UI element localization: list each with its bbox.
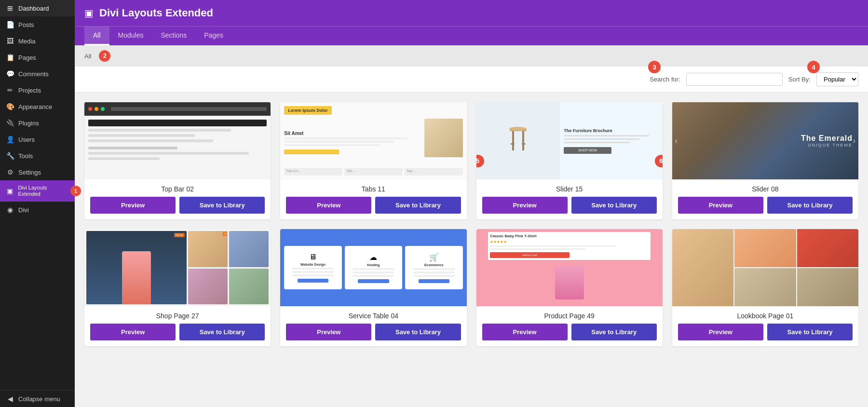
sidebar-item-label: Dashboard xyxy=(18,5,49,12)
card-preview-tabs-11: Lorem Ipsum Dolor Sit Amet xyxy=(280,102,466,179)
comments-icon: 💬 xyxy=(6,70,14,78)
preview-button[interactable]: Preview xyxy=(286,324,371,340)
save-to-library-button[interactable]: Save to Library xyxy=(375,324,461,340)
users-icon: 👤 xyxy=(6,136,14,143)
save-to-library-button[interactable]: Save to Library xyxy=(767,324,853,340)
save-to-library-button[interactable]: Save to Library xyxy=(571,324,657,340)
sidebar-item-plugins[interactable]: 🔌 Plugins xyxy=(0,115,75,131)
card-preview-slider-15: The Furniture Brochure SHOP NOW xyxy=(476,102,663,179)
appearance-icon: 🎨 xyxy=(6,103,14,110)
sidebar-item-label: Projects xyxy=(18,87,41,94)
sidebar-item-media[interactable]: 🖼 Media xyxy=(0,33,75,49)
card-title: Slider 08 xyxy=(672,179,858,197)
sidebar-item-dashboard[interactable]: ⊞ Dashboard xyxy=(0,0,75,16)
card-preview-product-page-49: Classic Baby Pink T-Shirt ★★★★★ Add to C… xyxy=(476,229,663,306)
sidebar-item-appearance[interactable]: 🎨 Appearance xyxy=(0,98,75,115)
sidebar-item-divi-layouts[interactable]: ▣ Divi Layouts Extended 1 xyxy=(0,180,75,202)
stool-illustration xyxy=(505,122,531,160)
sidebar-item-label: Appearance xyxy=(18,103,52,110)
svg-rect-2 xyxy=(522,131,524,150)
filter-all-label: All xyxy=(84,53,91,60)
sidebar-item-users[interactable]: 👤 Users xyxy=(0,131,75,148)
tools-icon: 🔧 xyxy=(6,152,14,160)
sidebar-item-divi[interactable]: ◉ Divi xyxy=(0,202,75,218)
sort-select[interactable]: Popular Newest Oldest xyxy=(816,72,858,86)
sidebar-item-tools[interactable]: 🔧 Tools xyxy=(0,148,75,164)
toolbar: 3 4 Search for: Sort By: Popular Newest … xyxy=(75,67,868,93)
plugins-icon: 🔌 xyxy=(6,119,14,127)
save-to-library-button[interactable]: Save to Library xyxy=(375,197,461,214)
service-card-2: ☁ Hosting xyxy=(345,246,402,289)
card-preview-service-table-04: 🖥 Website Design ☁ Hosting xyxy=(280,229,466,306)
card-title: Service Table 04 xyxy=(280,306,466,324)
card-actions: Preview Save to Library xyxy=(280,324,466,346)
svg-rect-1 xyxy=(512,131,514,150)
card-preview-top-bar-02 xyxy=(84,102,271,179)
preview-button[interactable]: Preview xyxy=(482,324,568,340)
card-actions: Preview Save to Library xyxy=(476,197,663,219)
tab-all[interactable]: All xyxy=(84,27,109,45)
search-input[interactable] xyxy=(686,73,783,86)
emerald-title: The Emerald xyxy=(801,134,853,143)
card-actions: Preview Save to Library xyxy=(476,324,663,346)
website-icon: 🖥 xyxy=(309,253,317,261)
service-card-3: 🛒 Ecommerce xyxy=(405,246,462,289)
preview-button[interactable]: Preview xyxy=(90,197,176,214)
tab-bar: All Modules Sections Pages xyxy=(75,26,868,45)
card-title: Shop Page 27 xyxy=(84,306,271,324)
card-actions: Preview Save to Library xyxy=(280,197,466,219)
card-preview-shop-page-27: NEW S xyxy=(84,229,271,306)
card-title: Tabs 11 xyxy=(280,179,466,197)
sidebar-item-label: Pages xyxy=(18,54,36,61)
filter-bar: All 2 xyxy=(75,45,868,67)
card-preview-slider-08: The Emerald UNIQUE THEME ‹ › xyxy=(672,102,858,179)
card-title: Slider 15 xyxy=(476,179,663,197)
sidebar-item-pages[interactable]: 📋 Pages xyxy=(0,49,75,66)
settings-icon: ⚙ xyxy=(6,168,14,176)
sidebar-item-settings[interactable]: ⚙ Settings xyxy=(0,164,75,180)
main-content: ▣ Divi Layouts Extended All Modules Sect… xyxy=(75,0,868,407)
pages-icon: 📋 xyxy=(6,54,14,61)
sidebar-item-projects[interactable]: ✏ Projects xyxy=(0,82,75,98)
save-to-library-button[interactable]: Save to Library xyxy=(179,197,265,214)
cards-area: Top Bar 02 Preview Save to Library Lorem… xyxy=(75,93,868,407)
cards-grid: Top Bar 02 Preview Save to Library Lorem… xyxy=(84,102,858,346)
card-slider-08: The Emerald UNIQUE THEME ‹ › Slider 08 P… xyxy=(672,102,858,219)
sidebar-item-comments[interactable]: 💬 Comments xyxy=(0,66,75,82)
sidebar-item-posts[interactable]: 📄 Posts xyxy=(0,16,75,33)
save-to-library-button[interactable]: Save to Library xyxy=(767,197,853,214)
header-icon: ▣ xyxy=(84,7,94,19)
svg-rect-3 xyxy=(511,143,515,145)
header-title: Divi Layouts Extended xyxy=(99,7,213,19)
sidebar-item-label: Tools xyxy=(18,152,33,160)
divi-layouts-icon: ▣ xyxy=(6,187,14,195)
search-label: Search for: xyxy=(650,76,680,83)
sidebar-item-label: Plugins xyxy=(18,120,39,127)
preview-button[interactable]: Preview xyxy=(482,197,568,214)
collapse-icon: ◀ xyxy=(6,395,14,403)
sidebar-item-label: Collapse menu xyxy=(18,395,60,403)
save-to-library-button[interactable]: Save to Library xyxy=(571,197,657,214)
tab-pages[interactable]: Pages xyxy=(195,27,232,45)
projects-icon: ✏ xyxy=(6,86,14,94)
prev-arrow: ‹ xyxy=(675,136,678,145)
card-title: Product Page 49 xyxy=(476,306,663,324)
card-service-table-04: 🖥 Website Design ☁ Hosting xyxy=(280,229,466,346)
preview-button[interactable]: Preview xyxy=(678,197,763,214)
tab-modules[interactable]: Modules xyxy=(109,27,152,45)
card-preview-lookbook-page-01 xyxy=(672,229,858,306)
media-icon: 🖼 xyxy=(6,37,14,45)
ecommerce-icon: 🛒 xyxy=(429,253,439,262)
card-title: Lookbook Page 01 xyxy=(672,306,858,324)
preview-button[interactable]: Preview xyxy=(286,197,371,214)
preview-button[interactable]: Preview xyxy=(678,324,763,340)
dashboard-icon: ⊞ xyxy=(6,4,14,12)
sidebar-item-collapse[interactable]: ◀ Collapse menu xyxy=(0,390,75,407)
tab-sections[interactable]: Sections xyxy=(152,27,195,45)
preview-button[interactable]: Preview xyxy=(90,324,176,340)
card-tabs-11: Lorem Ipsum Dolor Sit Amet xyxy=(280,102,466,219)
save-to-library-button[interactable]: Save to Library xyxy=(179,324,265,340)
sidebar: ⊞ Dashboard 📄 Posts 🖼 Media 📋 Pages 💬 Co… xyxy=(0,0,75,407)
card-actions: Preview Save to Library xyxy=(672,324,858,346)
card-actions: Preview Save to Library xyxy=(84,324,271,346)
